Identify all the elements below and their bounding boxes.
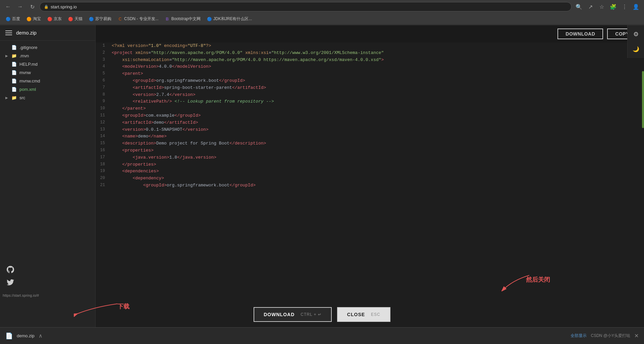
forward-button[interactable]: → bbox=[15, 2, 25, 11]
table-row: 1 <?xml version="1.0" encoding="UTF-8"?> bbox=[96, 43, 644, 50]
table-row: 6 <groupId>org.springframework.boot</gro… bbox=[96, 77, 644, 84]
moon-icon[interactable]: 🌙 bbox=[630, 43, 642, 55]
annotation-download-arrow bbox=[74, 300, 121, 317]
refresh-button[interactable]: ↻ bbox=[28, 2, 37, 11]
code-view: DOWNLOAD COPY 1 <?xml version="1.0" enco… bbox=[96, 25, 644, 328]
table-row: 13 <version>0.0.1-SNAPSHOT</version> bbox=[96, 126, 644, 133]
bottom-close-button[interactable]: CLOSE ESC bbox=[337, 307, 390, 322]
sidebar-title: demo.zip bbox=[16, 30, 37, 36]
tree-item-help[interactable]: 📄 HELP.md bbox=[0, 60, 95, 68]
table-row: 9 <relativePath/> <!-- Lookup parent fro… bbox=[96, 98, 644, 105]
bookmark-csdn[interactable]: C CSDN - 专业开发... bbox=[115, 15, 161, 23]
table-row: 5 <parent> bbox=[96, 70, 644, 77]
folder-icon-src: 📁 bbox=[11, 95, 17, 100]
sidebar-header: demo.zip bbox=[0, 25, 95, 41]
code-table: 1 <?xml version="1.0" encoding="UTF-8"?>… bbox=[96, 43, 644, 189]
download-bar-close[interactable]: ✕ bbox=[634, 333, 639, 339]
chevron-right-icon: ▶ bbox=[5, 54, 9, 58]
url-text: start.spring.io bbox=[51, 4, 77, 9]
csdn-icon: C bbox=[117, 16, 123, 22]
table-row: 2 <project xmlns="http://maven.apache.or… bbox=[96, 50, 644, 57]
scrollbar-track[interactable] bbox=[642, 43, 644, 328]
twitter-icon[interactable] bbox=[5, 277, 15, 287]
jdk-icon: 🔵 bbox=[207, 16, 212, 22]
tree-item-src[interactable]: ▶ 📁 src bbox=[0, 94, 95, 102]
file-icon-pom: 📄 bbox=[11, 87, 17, 92]
file-icon: 📄 bbox=[11, 45, 17, 50]
download-file-icon: 📄 bbox=[5, 332, 13, 340]
tree-item-mvnw-cmd[interactable]: 📄 mvnw.cmd bbox=[0, 77, 95, 85]
bootstrap-icon: B bbox=[165, 16, 170, 22]
csdn-note: CSDN @小Y头爱打呿 bbox=[591, 333, 630, 339]
code-content[interactable]: 1 <?xml version="1.0" encoding="UTF-8"?>… bbox=[96, 43, 644, 328]
right-panel: ⚙ 🌙 bbox=[627, 25, 644, 58]
file-icon-mvnw: 📄 bbox=[11, 70, 17, 75]
bottom-download-button[interactable]: DOWNLOAD CTRL + ↵ bbox=[254, 307, 332, 322]
chevron-right-src: ▶ bbox=[5, 96, 9, 100]
address-bar[interactable]: 🔒 start.spring.io bbox=[40, 2, 572, 11]
github-icon[interactable] bbox=[5, 265, 15, 275]
table-row: 11 <groupId>com.example</groupId> bbox=[96, 112, 644, 119]
toolbar-icons: 🔍 ↗ ☆ 🧩 ⋮ 👤 bbox=[574, 2, 641, 11]
search-icon[interactable]: 🔍 bbox=[574, 2, 584, 11]
table-row: 16 <properties> bbox=[96, 147, 644, 154]
table-row: 7 <artifactId>spring-boot-starter-parent… bbox=[96, 84, 644, 92]
annotation-close: 然后关闭 bbox=[526, 276, 550, 284]
table-row: 8 <version>2.7.4</version> bbox=[96, 92, 644, 99]
tree-item-pomxml[interactable]: 📄 pom.xml bbox=[0, 85, 95, 94]
table-row: 19 <dependencies> bbox=[96, 168, 644, 175]
bookmark-tianmao[interactable]: 🔴 天猫 bbox=[65, 15, 85, 23]
bookmark-bootstrap[interactable]: B Bootstrap中文网 bbox=[162, 15, 203, 23]
table-row: 3 xsi:schemaLocation="http://maven.apach… bbox=[96, 57, 644, 64]
share-icon[interactable]: ↗ bbox=[586, 2, 595, 11]
tree-item-mvnw[interactable]: 📄 mvnw bbox=[0, 68, 95, 77]
folder-icon: 📁 bbox=[11, 53, 17, 58]
back-button[interactable]: ← bbox=[3, 2, 13, 11]
browser-chrome: ← → ↻ 🔒 start.spring.io 🔍 ↗ ☆ 🧩 ⋮ 👤 🔵 百度… bbox=[0, 0, 644, 25]
bookmark-jdk[interactable]: 🔵 JDK和JRE有什么区... bbox=[204, 15, 255, 23]
download-filename: demo.zip bbox=[17, 333, 35, 338]
table-row: 15 <description>Demo project for Spring … bbox=[96, 140, 644, 147]
table-row: 18 </properties> bbox=[96, 161, 644, 168]
code-toolbar: DOWNLOAD COPY bbox=[96, 25, 644, 43]
table-row: 20 <dependency> bbox=[96, 175, 644, 182]
show-all-link[interactable]: 全部显示 bbox=[571, 333, 587, 339]
hamburger-icon[interactable] bbox=[5, 31, 12, 35]
baidu-icon: 🔵 bbox=[5, 16, 11, 22]
bookmark-icon[interactable]: ☆ bbox=[597, 2, 606, 11]
download-expand-icon[interactable]: ∧ bbox=[39, 333, 43, 339]
table-row: 21 <groupId>org.springframework.boot</gr… bbox=[96, 182, 644, 189]
menu-icon[interactable]: ⋮ bbox=[620, 2, 629, 11]
tree-item-gitignore[interactable]: 📄 .gitignore bbox=[0, 43, 95, 52]
annotation-close-arrow bbox=[499, 274, 533, 294]
bookmark-baidu[interactable]: 🔵 百度 bbox=[3, 15, 23, 23]
download-bar-right: 全部显示 CSDN @小Y头爱打呿 ✕ bbox=[571, 333, 639, 339]
file-icon-mvnw-cmd: 📄 bbox=[11, 78, 17, 83]
download-button[interactable]: DOWNLOAD bbox=[557, 28, 603, 39]
table-row: 12 <artifactId>demo</artifactId> bbox=[96, 119, 644, 126]
lock-icon: 🔒 bbox=[44, 5, 49, 9]
tianmao-icon: 🔴 bbox=[68, 16, 73, 22]
table-row: 17 <java.version>1.8</java.version> bbox=[96, 154, 644, 161]
file-sidebar: demo.zip 📄 .gitignore ▶ 📁 .mvn 📄 HELP.md… bbox=[0, 25, 96, 328]
annotation-download: 下载 bbox=[117, 302, 129, 310]
profile-icon[interactable]: 👤 bbox=[631, 2, 641, 11]
suning-icon: 🔵 bbox=[89, 16, 94, 22]
settings-icon[interactable]: ⚙ bbox=[630, 28, 642, 41]
browser-toolbar: ← → ↻ 🔒 start.spring.io 🔍 ↗ ☆ 🧩 ⋮ 👤 bbox=[0, 0, 644, 13]
tree-item-mvn[interactable]: ▶ 📁 .mvn bbox=[0, 52, 95, 60]
download-bar: 📄 demo.zip ∧ 全部显示 CSDN @小Y头爱打呿 ✕ bbox=[0, 327, 644, 344]
bookmark-taobao[interactable]: 🟠 淘宝 bbox=[23, 15, 44, 23]
site-url: https://start.spring.io/# bbox=[3, 293, 39, 297]
table-row: 10 </parent> bbox=[96, 105, 644, 112]
extensions-icon[interactable]: 🧩 bbox=[608, 2, 618, 11]
jd-icon: 🔴 bbox=[47, 16, 52, 22]
bookmark-jd[interactable]: 🔴 京东 bbox=[44, 15, 64, 23]
scrollbar-thumb bbox=[642, 71, 644, 128]
bookmarks-bar: 🔵 百度 🟠 淘宝 🔴 京东 🔴 天猫 🔵 苏宁易购 C CSDN - 专业开发… bbox=[0, 13, 644, 25]
table-row: 14 <name>demo</name> bbox=[96, 133, 644, 140]
file-icon-help: 📄 bbox=[11, 62, 17, 67]
bookmark-suning[interactable]: 🔵 苏宁易购 bbox=[86, 15, 114, 23]
taobao-icon: 🟠 bbox=[26, 16, 32, 22]
table-row: 4 <modelVersion>4.0.0</modelVersion> bbox=[96, 63, 644, 70]
